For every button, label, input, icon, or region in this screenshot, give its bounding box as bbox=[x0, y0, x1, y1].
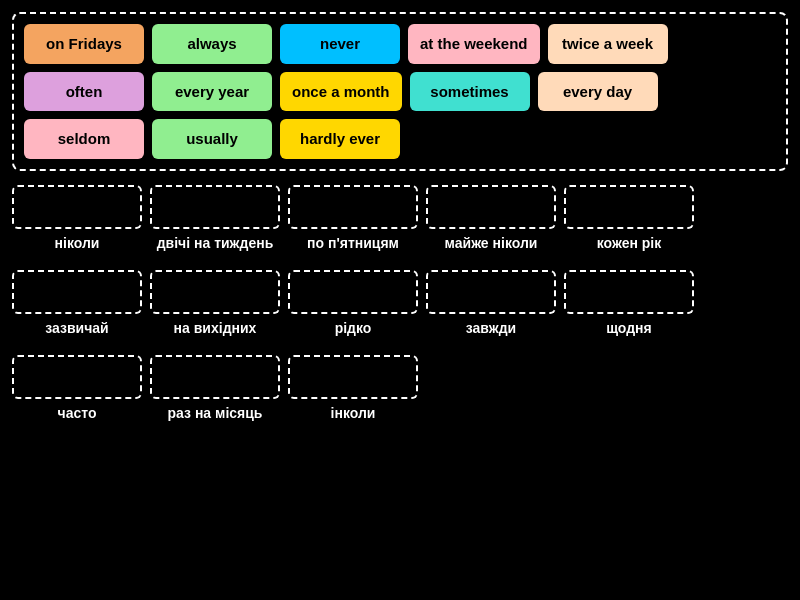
drop-zone-ridko[interactable] bbox=[288, 270, 418, 314]
label-dvichi: двічі на тиждень bbox=[157, 234, 274, 252]
word-tile-always[interactable]: always bbox=[152, 24, 272, 64]
word-tile-often[interactable]: often bbox=[24, 72, 144, 112]
target-nikolы: ніколи bbox=[12, 185, 142, 252]
label-piatnytsiamy: по п'ятницям bbox=[307, 234, 399, 252]
label-raz-na-misiats: раз на місяць bbox=[168, 404, 263, 422]
target-ridko: рідко bbox=[288, 270, 418, 337]
target-maizhe: майже ніколи bbox=[426, 185, 556, 252]
drop-zone-inkoly[interactable] bbox=[288, 355, 418, 399]
label-ridko: рідко bbox=[335, 319, 372, 337]
word-tile-twice-a-week[interactable]: twice a week bbox=[548, 24, 668, 64]
label-nikolы: ніколи bbox=[55, 234, 100, 252]
word-tile-never[interactable]: never bbox=[280, 24, 400, 64]
drop-zone-dvichi[interactable] bbox=[150, 185, 280, 229]
drop-zone-raz-na-misiats[interactable] bbox=[150, 355, 280, 399]
label-chasto: часто bbox=[58, 404, 97, 422]
app-container: on Fridays always never at the weekend t… bbox=[0, 0, 800, 438]
target-inkoly: інколи bbox=[288, 355, 418, 422]
label-inkoly: інколи bbox=[331, 404, 376, 422]
word-bank: on Fridays always never at the weekend t… bbox=[12, 12, 788, 171]
word-bank-row-3: seldom usually hardly ever bbox=[24, 119, 776, 159]
word-tile-on-fridays[interactable]: on Fridays bbox=[24, 24, 144, 64]
word-tile-seldom[interactable]: seldom bbox=[24, 119, 144, 159]
drop-row-1: ніколи двічі на тиждень по п'ятницям май… bbox=[12, 185, 788, 252]
label-kozhen-rik: кожен рік bbox=[597, 234, 662, 252]
drop-zone-kozhen-rik[interactable] bbox=[564, 185, 694, 229]
label-zazvychai: зазвичай bbox=[45, 319, 108, 337]
drop-zone-zazvychai[interactable] bbox=[12, 270, 142, 314]
drop-zone-piatnytsiamy[interactable] bbox=[288, 185, 418, 229]
drop-zone-chasto[interactable] bbox=[12, 355, 142, 399]
target-raz-na-misiats: раз на місяць bbox=[150, 355, 280, 422]
target-zavzhdy: завжди bbox=[426, 270, 556, 337]
word-tile-at-the-weekend[interactable]: at the weekend bbox=[408, 24, 540, 64]
drop-zone-nikolы[interactable] bbox=[12, 185, 142, 229]
word-tile-hardly-ever[interactable]: hardly ever bbox=[280, 119, 400, 159]
label-zavzhdy: завжди bbox=[466, 319, 516, 337]
label-shchodnia: щодня bbox=[606, 319, 652, 337]
word-bank-row-1: on Fridays always never at the weekend t… bbox=[24, 24, 776, 64]
target-piatnytsiamy: по п'ятницям bbox=[288, 185, 418, 252]
target-shchodnia: щодня bbox=[564, 270, 694, 337]
drop-row-3: часто раз на місяць інколи bbox=[12, 355, 788, 422]
target-dvichi: двічі на тиждень bbox=[150, 185, 280, 252]
target-kozhen-rik: кожен рік bbox=[564, 185, 694, 252]
drop-zone-na-vykhidnykh[interactable] bbox=[150, 270, 280, 314]
word-tile-usually[interactable]: usually bbox=[152, 119, 272, 159]
word-tile-every-year[interactable]: every year bbox=[152, 72, 272, 112]
word-tile-sometimes[interactable]: sometimes bbox=[410, 72, 530, 112]
drop-row-2: зазвичай на вихідних рідко завжди щодня bbox=[12, 270, 788, 337]
word-tile-once-a-month[interactable]: once a month bbox=[280, 72, 402, 112]
label-na-vykhidnykh: на вихідних bbox=[174, 319, 257, 337]
drop-zone-maizhe[interactable] bbox=[426, 185, 556, 229]
word-bank-row-2: often every year once a month sometimes … bbox=[24, 72, 776, 112]
drop-zone-shchodnia[interactable] bbox=[564, 270, 694, 314]
target-chasto: часто bbox=[12, 355, 142, 422]
drop-zone-zavzhdy[interactable] bbox=[426, 270, 556, 314]
label-maizhe: майже ніколи bbox=[445, 234, 538, 252]
target-zazvychai: зазвичай bbox=[12, 270, 142, 337]
target-na-vykhidnykh: на вихідних bbox=[150, 270, 280, 337]
word-tile-every-day[interactable]: every day bbox=[538, 72, 658, 112]
